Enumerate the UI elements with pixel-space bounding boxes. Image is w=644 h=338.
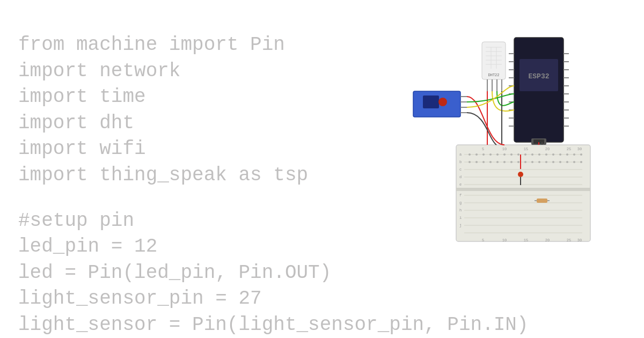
svg-text:e: e bbox=[459, 182, 462, 187]
svg-point-46 bbox=[545, 153, 547, 156]
svg-text:a: a bbox=[459, 152, 462, 157]
svg-point-40 bbox=[503, 153, 506, 156]
svg-point-55 bbox=[489, 161, 492, 163]
svg-point-44 bbox=[531, 153, 533, 156]
svg-text:j: j bbox=[459, 223, 462, 227]
svg-point-66 bbox=[566, 161, 568, 163]
svg-point-114 bbox=[518, 172, 523, 177]
svg-point-68 bbox=[580, 161, 582, 163]
svg-text:5: 5 bbox=[482, 238, 484, 243]
svg-rect-1 bbox=[456, 188, 590, 191]
svg-point-43 bbox=[524, 153, 526, 156]
svg-text:10: 10 bbox=[502, 238, 507, 243]
svg-text:h: h bbox=[459, 208, 462, 212]
svg-point-45 bbox=[538, 153, 540, 156]
svg-text:g: g bbox=[459, 201, 462, 205]
svg-point-67 bbox=[573, 161, 575, 163]
svg-point-64 bbox=[552, 161, 554, 163]
code-line-9: led = Pin(led_pin, Pin.OUT) bbox=[18, 260, 529, 286]
svg-text:d: d bbox=[459, 175, 462, 179]
svg-text:DHT22: DHT22 bbox=[488, 73, 499, 77]
circuit-svg: 5 10 15 20 25 30 5 10 15 20 25 30 a b c … bbox=[397, 21, 612, 247]
svg-point-42 bbox=[517, 153, 519, 156]
svg-text:20: 20 bbox=[545, 238, 550, 243]
svg-text:15: 15 bbox=[524, 147, 528, 151]
svg-text:30: 30 bbox=[577, 238, 582, 243]
svg-point-59 bbox=[517, 161, 519, 163]
svg-point-48 bbox=[559, 153, 561, 156]
svg-point-54 bbox=[482, 161, 485, 163]
svg-point-56 bbox=[496, 161, 499, 163]
svg-point-35 bbox=[469, 153, 471, 156]
svg-point-52 bbox=[469, 161, 471, 163]
svg-text:f: f bbox=[459, 193, 462, 197]
svg-point-37 bbox=[482, 153, 485, 156]
svg-point-58 bbox=[510, 161, 513, 163]
svg-text:i: i bbox=[459, 216, 462, 220]
svg-point-62 bbox=[538, 161, 540, 163]
svg-point-50 bbox=[573, 153, 575, 156]
svg-point-38 bbox=[489, 153, 492, 156]
svg-text:ESP32: ESP32 bbox=[528, 72, 549, 80]
svg-text:30: 30 bbox=[577, 147, 582, 151]
code-line-11: light_sensor = Pin(light_sensor_pin, Pin… bbox=[18, 312, 529, 338]
circuit-diagram: 5 10 15 20 25 30 5 10 15 20 25 30 a b c … bbox=[397, 21, 612, 247]
svg-text:25: 25 bbox=[567, 238, 571, 243]
svg-rect-117 bbox=[537, 199, 547, 203]
svg-text:5: 5 bbox=[482, 147, 484, 151]
svg-point-49 bbox=[566, 153, 568, 156]
svg-rect-0 bbox=[456, 145, 590, 241]
svg-point-36 bbox=[475, 153, 478, 156]
svg-point-41 bbox=[510, 153, 513, 156]
svg-point-109 bbox=[438, 98, 447, 106]
svg-point-51 bbox=[580, 153, 582, 156]
svg-point-57 bbox=[503, 161, 506, 163]
svg-point-65 bbox=[559, 161, 561, 163]
svg-point-53 bbox=[475, 161, 478, 163]
svg-point-63 bbox=[545, 161, 547, 163]
svg-point-60 bbox=[524, 161, 526, 163]
svg-point-39 bbox=[496, 153, 499, 156]
code-line-10: light_sensor_pin = 27 bbox=[18, 286, 529, 312]
svg-rect-108 bbox=[423, 95, 439, 108]
svg-text:b: b bbox=[459, 160, 462, 164]
svg-text:15: 15 bbox=[524, 238, 528, 243]
svg-text:20: 20 bbox=[545, 147, 550, 151]
svg-text:25: 25 bbox=[567, 147, 571, 151]
svg-text:10: 10 bbox=[502, 147, 507, 151]
svg-point-61 bbox=[531, 161, 533, 163]
svg-point-47 bbox=[552, 153, 554, 156]
svg-text:c: c bbox=[459, 167, 462, 172]
